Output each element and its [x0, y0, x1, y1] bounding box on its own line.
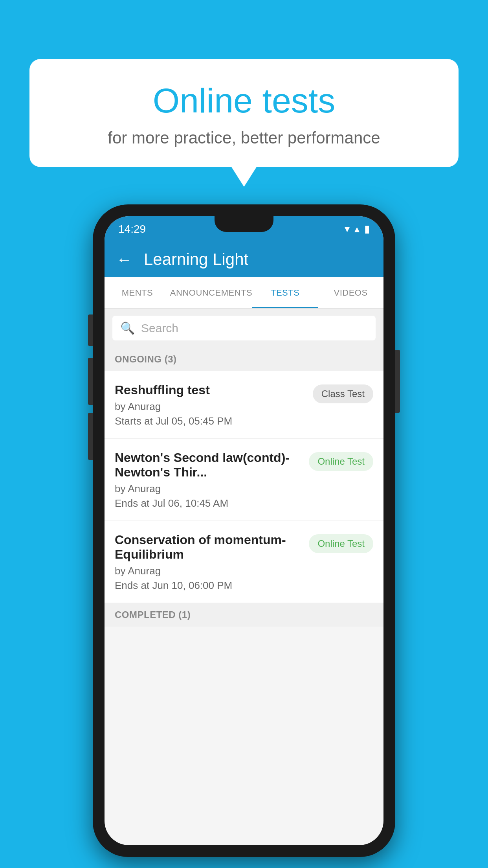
test-item-3[interactable]: Conservation of momentum-Equilibrium by …	[105, 521, 383, 603]
phone-notch	[215, 216, 273, 232]
phone-button-volume-down	[88, 358, 93, 405]
search-box[interactable]: 🔍 Search	[112, 316, 376, 340]
tab-tests[interactable]: TESTS	[252, 277, 318, 308]
test-author-1: by Anurag	[115, 401, 305, 413]
battery-icon: ▮	[364, 223, 370, 235]
completed-section-header: COMPLETED (1)	[105, 603, 383, 627]
tabs-bar: MENTS ANNOUNCEMENTS TESTS VIDEOS	[105, 277, 383, 309]
phone-button-volume-up	[88, 314, 93, 346]
wifi-icon: ▾	[345, 223, 350, 235]
test-time-3: Ends at Jun 10, 06:00 PM	[115, 579, 301, 592]
speech-bubble: Online tests for more practice, better p…	[29, 59, 459, 167]
app-title: Learning Light	[144, 250, 248, 269]
test-list: Reshuffling test by Anurag Starts at Jul…	[105, 371, 383, 603]
test-badge-2: Online Test	[309, 452, 373, 471]
bubble-title: Online tests	[53, 81, 435, 121]
phone-button-volume-down2	[88, 413, 93, 460]
test-time-1: Starts at Jul 05, 05:45 PM	[115, 415, 305, 427]
app-header: ← Learning Light	[105, 242, 383, 277]
test-item-2[interactable]: Newton's Second law(contd)-Newton's Thir…	[105, 439, 383, 521]
phone-mockup: 14:29 ▾ ▴ ▮ ← Learning Light MENTS ANNOU…	[93, 204, 395, 857]
tab-videos[interactable]: VIDEOS	[318, 277, 383, 308]
test-info-2: Newton's Second law(contd)-Newton's Thir…	[115, 451, 309, 509]
back-button[interactable]: ←	[116, 251, 132, 268]
search-container: 🔍 Search	[105, 309, 383, 348]
signal-icon: ▴	[354, 223, 360, 235]
status-time: 14:29	[118, 223, 146, 235]
status-icons: ▾ ▴ ▮	[345, 223, 370, 235]
search-placeholder: Search	[141, 322, 178, 335]
phone-button-power	[395, 350, 400, 413]
test-info-3: Conservation of momentum-Equilibrium by …	[115, 533, 309, 592]
search-icon: 🔍	[120, 321, 135, 335]
test-name-2: Newton's Second law(contd)-Newton's Thir…	[115, 451, 301, 480]
test-badge-3: Online Test	[309, 534, 373, 553]
test-author-3: by Anurag	[115, 565, 301, 577]
ongoing-section-header: ONGOING (3)	[105, 348, 383, 371]
phone-screen: 14:29 ▾ ▴ ▮ ← Learning Light MENTS ANNOU…	[105, 216, 383, 845]
test-author-2: by Anurag	[115, 483, 301, 495]
tab-announcements[interactable]: ANNOUNCEMENTS	[170, 277, 252, 308]
tab-ments[interactable]: MENTS	[105, 277, 170, 308]
test-name-1: Reshuffling test	[115, 383, 305, 397]
test-name-3: Conservation of momentum-Equilibrium	[115, 533, 301, 562]
test-info-1: Reshuffling test by Anurag Starts at Jul…	[115, 383, 313, 427]
test-item-1[interactable]: Reshuffling test by Anurag Starts at Jul…	[105, 371, 383, 439]
test-badge-1: Class Test	[313, 384, 373, 403]
bubble-subtitle: for more practice, better performance	[53, 129, 435, 147]
test-time-2: Ends at Jul 06, 10:45 AM	[115, 497, 301, 509]
